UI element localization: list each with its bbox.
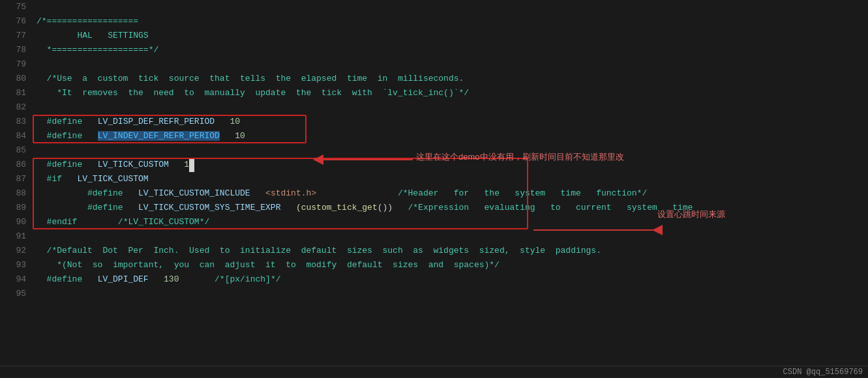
code-line-95: [37, 287, 868, 301]
code-number: 10: [235, 131, 245, 141]
annotation-2: 设置心跳时间来源: [657, 209, 725, 220]
code-text: [123, 203, 138, 212]
code-line-88: #define LV_TICK_CUSTOM_INCLUDE <stdint.h…: [37, 186, 868, 201]
line-num-88: 88: [0, 186, 26, 201]
code-text: [316, 188, 398, 198]
code-text: [393, 203, 408, 212]
code-line-83: #define LV_DISP_DEF_REFR_PERIOD 10: [37, 115, 868, 129]
code-line-89: #define LV_TICK_CUSTOM_SYS_TIME_EXPR (cu…: [37, 201, 868, 215]
line-num-78: 78: [0, 43, 26, 57]
code-text: *(Not so important, you can adjust it to…: [37, 260, 500, 270]
code-macro: LV_TICK_CUSTOM: [77, 174, 148, 184]
code-text: [37, 274, 47, 284]
code-number: 1: [184, 160, 189, 169]
code-line-81: *It removes the need to manually update …: [37, 86, 868, 100]
line-num-81: 81: [0, 86, 26, 100]
code-text: [37, 160, 47, 169]
line-numbers: 75 76 77 78 79 80 81 82 83 84 85 86 87 8…: [0, 0, 31, 366]
code-line-91: [37, 229, 868, 244]
line-num-75: 75: [0, 0, 26, 14]
line-num-80: 80: [0, 72, 26, 86]
code-line-84: #define LV_INDEV_DEF_REFR_PERIOD 10: [37, 129, 868, 143]
code-directive: #define: [47, 117, 83, 126]
code-text: /*Use a custom tick source that tells th…: [37, 74, 464, 83]
line-num-90: 90: [0, 215, 26, 229]
line-num-82: 82: [0, 100, 26, 115]
line-num-95: 95: [0, 287, 26, 301]
cursor: [189, 158, 194, 172]
arrow-1: [312, 150, 423, 176]
code-text: HAL SETTINGS: [37, 31, 149, 40]
code-text: [37, 188, 87, 198]
code-text: [123, 188, 138, 198]
bottom-bar: CSDN @qq_51569769: [0, 366, 868, 378]
code-text: [82, 160, 97, 169]
code-text: [37, 174, 47, 184]
code-macro: LV_DISP_DEF_REFR_PERIOD: [98, 117, 215, 126]
code-number: 130: [164, 274, 179, 284]
code-text: [37, 117, 47, 126]
code-editor: 75 76 77 78 79 80 81 82 83 84 85 86 87 8…: [0, 0, 868, 378]
code-macro: LV_TICK_CUSTOM_SYS_TIME_EXPR: [138, 203, 280, 212]
code-text: [82, 274, 97, 284]
code-line-79: [37, 57, 868, 72]
line-num-93: 93: [0, 258, 26, 272]
code-string: <stdint.h>: [265, 188, 316, 198]
code-text: [179, 274, 215, 284]
code-directive: #if: [47, 174, 62, 184]
code-text: [149, 274, 164, 284]
code-text: [37, 131, 47, 141]
code-macro-highlight: LV_INDEV_DEF_REFR_PERIOD: [98, 131, 220, 141]
line-num-77: 77: [0, 29, 26, 43]
line-num-94: 94: [0, 272, 26, 287]
line-num-91: 91: [0, 229, 26, 244]
code-text: [250, 188, 265, 198]
line-num-84: 84: [0, 129, 26, 143]
line-num-89: 89: [0, 201, 26, 215]
line-num-85: 85: [0, 143, 26, 158]
code-line-87: #if LV_TICK_CUSTOM: [37, 172, 868, 186]
code-content: 75 76 77 78 79 80 81 82 83 84 85 86 87 8…: [0, 0, 868, 366]
code-text: [220, 131, 235, 141]
code-line-76: /*==================: [37, 14, 868, 29]
code-number: 10: [230, 117, 240, 126]
code-line-93: *(Not so important, you can adjust it to…: [37, 258, 868, 272]
line-num-86: 86: [0, 158, 26, 172]
code-text: /*Default Dot Per Inch. Used to initiali…: [37, 246, 601, 255]
line-num-83: 83: [0, 115, 26, 129]
code-directive: #define: [47, 160, 83, 169]
code-text: [77, 217, 117, 227]
annotation-1: 这里在这个demo中没有用，刷新时间目前不知道那里改: [416, 151, 624, 163]
code-text: *It removes the need to manually update …: [37, 88, 469, 98]
code-line-82: [37, 100, 868, 115]
code-text: *===================*/: [37, 45, 158, 55]
code-func: (custom_tick_get: [296, 203, 378, 212]
code-line-80: /*Use a custom tick source that tells th…: [37, 72, 868, 86]
code-area[interactable]: /*================== HAL SETTINGS *=====…: [31, 0, 868, 366]
line-num-87: 87: [0, 172, 26, 186]
code-text: /*==================: [37, 16, 138, 26]
code-directive: #define: [87, 188, 123, 198]
code-directive: #define: [47, 274, 83, 284]
code-text: [37, 217, 47, 227]
code-comment: /*[px/inch]*/: [215, 274, 280, 284]
code-line-90: #endif /*LV_TICK_CUSTOM*/: [37, 215, 868, 229]
code-comment: /*Header for the system time function*/: [398, 188, 647, 198]
line-num-92: 92: [0, 244, 26, 258]
code-directive: #define: [47, 131, 83, 141]
code-line-75: [37, 0, 868, 14]
code-lines: /*================== HAL SETTINGS *=====…: [31, 0, 868, 301]
code-comment: /*Expression evaluating to current syste…: [408, 203, 693, 212]
code-text: [62, 174, 77, 184]
code-line-77: HAL SETTINGS: [37, 29, 868, 43]
code-macro: LV_TICK_CUSTOM_INCLUDE: [138, 188, 250, 198]
code-text: [82, 117, 97, 126]
code-line-94: #define LV_DPI_DEF 130 /*[px/inch]*/: [37, 272, 868, 287]
code-text: [37, 203, 87, 212]
code-directive: #endif: [47, 217, 78, 227]
code-directive: #define: [87, 203, 123, 212]
line-num-79: 79: [0, 57, 26, 72]
code-macro: LV_DPI_DEF: [98, 274, 149, 284]
code-text: [280, 203, 295, 212]
code-text: [82, 131, 97, 141]
